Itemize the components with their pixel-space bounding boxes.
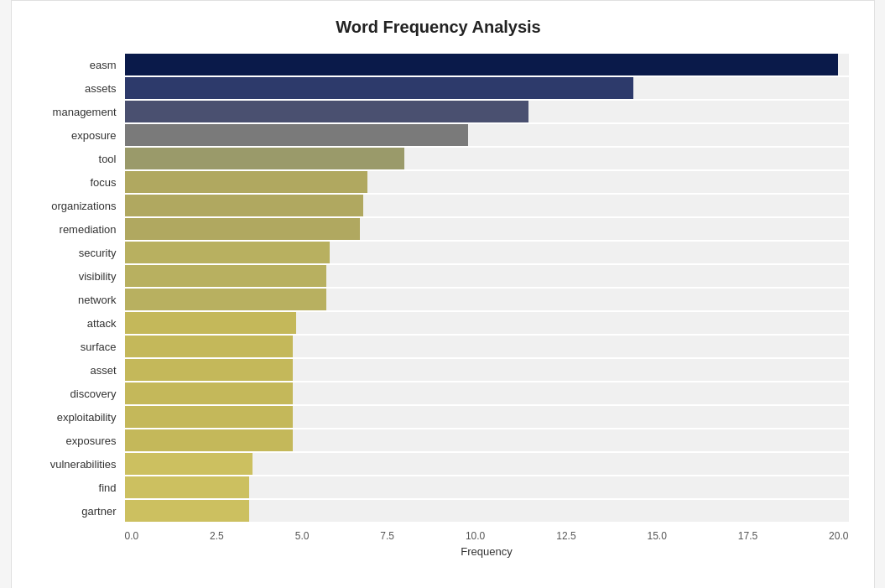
bar-label: management bbox=[29, 106, 125, 118]
bar-label: assets bbox=[29, 82, 125, 95]
chart-title: Word Frequency Analysis bbox=[29, 18, 849, 37]
bar-label: security bbox=[29, 247, 125, 259]
x-tick-label: 12.5 bbox=[556, 530, 575, 542]
bar-row: focus bbox=[29, 171, 849, 193]
bar-row: vulnerabilities bbox=[29, 453, 849, 475]
x-tick-label: 10.0 bbox=[466, 530, 485, 542]
bar-fill bbox=[125, 242, 331, 263]
bar-row: attack bbox=[29, 312, 849, 334]
bar-label: remediation bbox=[29, 223, 125, 236]
bar-label: discovery bbox=[29, 388, 125, 400]
bar-row: asset bbox=[29, 359, 849, 381]
x-tick-label: 17.5 bbox=[738, 530, 757, 542]
bar-track bbox=[125, 124, 849, 146]
x-tick-label: 5.0 bbox=[295, 530, 310, 542]
bar-fill bbox=[125, 359, 294, 381]
bar-label: surface bbox=[29, 341, 125, 353]
bar-label: gartner bbox=[29, 505, 125, 518]
bar-row: exposure bbox=[29, 124, 849, 146]
bar-row: visibility bbox=[29, 265, 849, 287]
bar-fill bbox=[125, 336, 294, 357]
bar-label: network bbox=[29, 294, 125, 306]
bar-row: exploitability bbox=[29, 406, 849, 428]
bar-fill bbox=[125, 77, 633, 99]
x-axis-area: 0.02.55.07.510.012.515.017.520.0 Frequen… bbox=[125, 530, 849, 564]
bar-track bbox=[125, 265, 849, 287]
bar-row: surface bbox=[29, 336, 849, 357]
bar-row: assets bbox=[29, 77, 849, 99]
bar-label: vulnerabilities bbox=[29, 458, 125, 471]
bar-row: discovery bbox=[29, 382, 849, 404]
x-axis-ticks: 0.02.55.07.510.012.515.017.520.0 bbox=[125, 530, 849, 542]
bar-row: organizations bbox=[29, 195, 849, 216]
bar-row: network bbox=[29, 289, 849, 310]
bar-label: exposure bbox=[29, 129, 125, 142]
bar-fill bbox=[125, 500, 250, 522]
bar-track bbox=[125, 289, 849, 310]
bar-label: easm bbox=[29, 59, 125, 71]
bar-row: find bbox=[29, 476, 849, 498]
bar-fill bbox=[125, 195, 364, 216]
bar-track bbox=[125, 382, 849, 404]
bar-label: focus bbox=[29, 176, 125, 189]
bar-fill bbox=[125, 124, 468, 146]
bar-fill bbox=[125, 218, 361, 240]
bar-track bbox=[125, 429, 849, 451]
bar-track bbox=[125, 195, 849, 216]
bar-label: exploitability bbox=[29, 411, 125, 424]
bar-label: asset bbox=[29, 364, 125, 377]
bar-track bbox=[125, 171, 849, 193]
bar-track bbox=[125, 359, 849, 381]
chart-area: easmassetsmanagementexposuretoolfocusorg… bbox=[29, 54, 849, 523]
bar-label: visibility bbox=[29, 270, 125, 283]
bar-track bbox=[125, 218, 849, 240]
bar-track bbox=[125, 500, 849, 522]
bar-track bbox=[125, 453, 849, 475]
bar-label: tool bbox=[29, 153, 125, 165]
bar-label: organizations bbox=[29, 200, 125, 212]
bar-fill bbox=[125, 101, 529, 122]
bar-track bbox=[125, 77, 849, 99]
bar-track bbox=[125, 406, 849, 428]
bar-row: tool bbox=[29, 148, 849, 169]
x-tick-label: 20.0 bbox=[829, 530, 848, 542]
bar-row: security bbox=[29, 242, 849, 263]
x-axis-label: Frequency bbox=[125, 545, 849, 558]
bar-row: easm bbox=[29, 54, 849, 75]
bar-label: find bbox=[29, 481, 125, 494]
bar-fill bbox=[125, 382, 294, 404]
chart-container: Word Frequency Analysis easmassetsmanage… bbox=[11, 0, 875, 588]
bar-row: exposures bbox=[29, 429, 849, 451]
bar-fill bbox=[125, 406, 294, 428]
bar-row: remediation bbox=[29, 218, 849, 240]
bar-label: attack bbox=[29, 317, 125, 330]
bar-fill bbox=[125, 265, 327, 287]
bar-label: exposures bbox=[29, 434, 125, 447]
bar-track bbox=[125, 312, 849, 334]
bar-fill bbox=[125, 453, 253, 475]
x-tick-label: 7.5 bbox=[380, 530, 394, 542]
bar-track bbox=[125, 54, 849, 75]
bar-track bbox=[125, 148, 849, 169]
bar-row: gartner bbox=[29, 500, 849, 522]
bar-track bbox=[125, 476, 849, 498]
bar-fill bbox=[125, 289, 327, 310]
bar-fill bbox=[125, 171, 367, 193]
bar-track bbox=[125, 242, 849, 263]
bar-track bbox=[125, 336, 849, 357]
bar-fill bbox=[125, 148, 404, 169]
x-tick-label: 0.0 bbox=[125, 530, 139, 542]
bar-fill bbox=[125, 429, 294, 451]
x-tick-label: 2.5 bbox=[210, 530, 224, 542]
bar-fill bbox=[125, 476, 250, 498]
x-tick-label: 15.0 bbox=[648, 530, 667, 542]
bar-track bbox=[125, 101, 849, 122]
bar-fill bbox=[125, 54, 839, 75]
bar-fill bbox=[125, 312, 297, 334]
bar-row: management bbox=[29, 101, 849, 122]
